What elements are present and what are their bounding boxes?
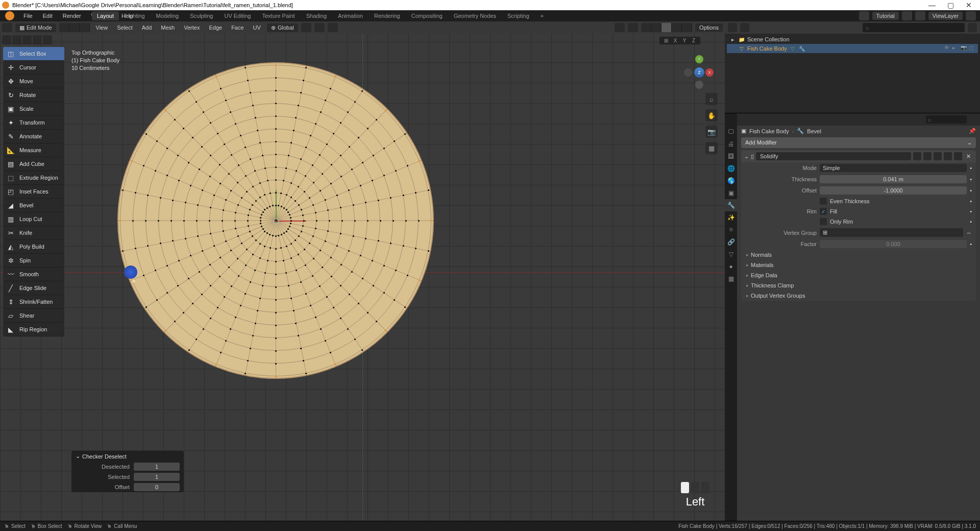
vertex-select-icon[interactable]: [59, 23, 69, 32]
tool-smooth[interactable]: 〰Smooth: [3, 268, 64, 281]
mesh-select-mode4-icon[interactable]: [33, 35, 42, 44]
offset-value[interactable]: -1.0000: [820, 186, 967, 195]
section-thickness-clamp[interactable]: Thickness Clamp: [741, 280, 976, 291]
mesh-object[interactable]: // loops & radials drawn below via separ…: [117, 62, 434, 379]
tool-inset[interactable]: ◰Inset Faces: [3, 185, 64, 199]
section-output-vgroups[interactable]: Output Vertex Groups: [741, 291, 976, 301]
op-deselected-value[interactable]: 1: [134, 463, 180, 471]
gizmo-neg-x[interactable]: [684, 68, 692, 77]
tool-scale[interactable]: ▣Scale: [3, 102, 64, 116]
onlyrim-check[interactable]: [820, 218, 827, 225]
properties-search[interactable]: ⌕: [926, 115, 967, 124]
tool-rip-region[interactable]: ◣Rip Region: [3, 323, 64, 336]
tool-extrude[interactable]: ⬚Extrude Region: [3, 171, 64, 185]
tool-poly-build[interactable]: ◭Poly Build: [3, 240, 64, 254]
menu-vertex[interactable]: Vertex: [181, 23, 203, 32]
minimize-button[interactable]: —: [923, 1, 941, 9]
outliner-item-fish-cake[interactable]: ▽ Fish Cake Body ▽ 🔧 👁 ▸ 📷 ▢: [727, 44, 978, 53]
tab-rendering[interactable]: Rendering: [369, 11, 405, 20]
outliner-type-icon[interactable]: [728, 23, 737, 32]
disable-icon[interactable]: ▢: [969, 45, 976, 52]
outliner-search[interactable]: ⌕: [863, 23, 965, 32]
tab-modeling[interactable]: Modeling: [151, 11, 184, 20]
tool-annotate[interactable]: ✎Annotate: [3, 130, 64, 143]
menu-edit[interactable]: Edit: [39, 11, 57, 20]
tool-cursor[interactable]: ✛Cursor: [3, 61, 64, 75]
proportional-icon[interactable]: [328, 23, 338, 32]
prop-tab-object[interactable]: ▣: [725, 187, 737, 199]
prop-tab-constraints[interactable]: 🔗: [725, 236, 737, 248]
modifier-header[interactable]: ⌄ ▯ Solidify ✕: [741, 150, 976, 162]
rendered-shading-icon[interactable]: [682, 23, 692, 32]
tool-rotate[interactable]: ↻Rotate: [3, 88, 64, 102]
menu-render[interactable]: Render: [59, 11, 85, 20]
axis-lock-pill[interactable]: ⊞ X Y Z: [659, 37, 700, 44]
mod-editmode-icon[interactable]: [913, 152, 921, 160]
menu-edge[interactable]: Edge: [206, 23, 225, 32]
prop-tab-world[interactable]: 🌎: [725, 175, 737, 187]
mod-cage-icon[interactable]: [944, 152, 952, 160]
mesh-select-mode5-icon[interactable]: [43, 35, 52, 44]
section-normals[interactable]: Normals: [741, 250, 976, 260]
gizmo-y[interactable]: Y: [695, 55, 703, 63]
axis-z-label[interactable]: Z: [690, 38, 697, 43]
zoom-icon[interactable]: ⌕: [705, 93, 718, 105]
pivot-icon[interactable]: [301, 23, 311, 32]
modifier-name[interactable]: Solidify: [756, 152, 911, 160]
viewlayer-browse-icon[interactable]: [915, 11, 925, 20]
tab-sculpting[interactable]: Sculpting: [185, 11, 218, 20]
outliner-scene-collection[interactable]: ▸ 📁 Scene Collection: [727, 35, 978, 44]
pin-icon[interactable]: 📌: [969, 128, 976, 134]
tool-add-cube[interactable]: ▧Add Cube: [3, 157, 64, 171]
anim-dot-icon[interactable]: •: [970, 198, 972, 204]
operator-header[interactable]: ⌄Checker Deselect: [71, 451, 184, 462]
tab-uv-editing[interactable]: UV Editing: [219, 11, 256, 20]
render-icon[interactable]: 📷: [961, 45, 968, 52]
menu-select[interactable]: Select: [114, 23, 136, 32]
snap-icon[interactable]: [314, 23, 325, 32]
prop-tab-texture[interactable]: ▦: [725, 273, 737, 285]
even-thickness-check[interactable]: [820, 198, 827, 205]
tool-spin[interactable]: ✲Spin: [3, 254, 64, 268]
mod-render-icon[interactable]: [934, 152, 942, 160]
visibility-icon[interactable]: 👁: [944, 45, 951, 52]
tool-shear[interactable]: ▱Shear: [3, 309, 64, 323]
anim-dot-icon[interactable]: •: [970, 165, 972, 171]
tab-texture-paint[interactable]: Texture Paint: [257, 11, 300, 20]
tab-add-workspace[interactable]: +: [535, 11, 549, 20]
3d-viewport[interactable]: // loops & radials drawn below via separ…: [0, 21, 725, 523]
menu-view[interactable]: View: [93, 23, 111, 32]
tab-compositing[interactable]: Compositing: [406, 11, 448, 20]
tab-scripting[interactable]: Scripting: [502, 11, 534, 20]
scene-browse-icon[interactable]: [859, 11, 869, 20]
mod-realtime-icon[interactable]: [923, 152, 932, 160]
navigation-gizmo[interactable]: X Y Z: [684, 57, 715, 88]
chevron-down-icon[interactable]: ⌄: [744, 153, 749, 160]
viewlayer-selector[interactable]: ViewLayer: [928, 12, 963, 20]
wireframe-shading-icon[interactable]: [651, 23, 662, 32]
gizmo-x[interactable]: X: [705, 68, 714, 77]
outliner-filter-icon[interactable]: [968, 23, 977, 32]
vgroup-select[interactable]: ⊞: [820, 228, 963, 237]
editor-type-icon[interactable]: [2, 23, 12, 32]
tool-bevel[interactable]: ◢Bevel: [3, 199, 64, 212]
prop-tab-modifiers[interactable]: 🔧: [725, 199, 737, 211]
tool-edge-slide[interactable]: ╱Edge Slide: [3, 281, 64, 295]
outliner-display-icon[interactable]: [740, 23, 749, 32]
thickness-value[interactable]: 0.041 m: [820, 175, 967, 183]
mode-select[interactable]: Simple: [820, 164, 967, 172]
prop-tab-scene[interactable]: 🌐: [725, 162, 737, 175]
mod-close-icon[interactable]: ✕: [964, 153, 973, 160]
tool-transform[interactable]: ✦Transform: [3, 116, 64, 130]
props-pin-icon[interactable]: [969, 115, 977, 124]
menu-face[interactable]: Face: [228, 23, 247, 32]
tab-animation[interactable]: Animation: [333, 11, 368, 20]
prop-tab-viewlayer[interactable]: 🖼: [725, 150, 737, 162]
invert-icon[interactable]: ↔: [966, 230, 972, 236]
orientation-selector[interactable]: ⊕ Global: [267, 23, 298, 32]
tab-shading[interactable]: Shading: [301, 11, 332, 20]
scene-selector[interactable]: Tutorial: [872, 12, 899, 20]
mesh-select-mode-icon[interactable]: [2, 35, 11, 44]
prop-tab-output[interactable]: 🖨: [725, 138, 737, 150]
tab-geometry-nodes[interactable]: Geometry Nodes: [449, 11, 501, 20]
